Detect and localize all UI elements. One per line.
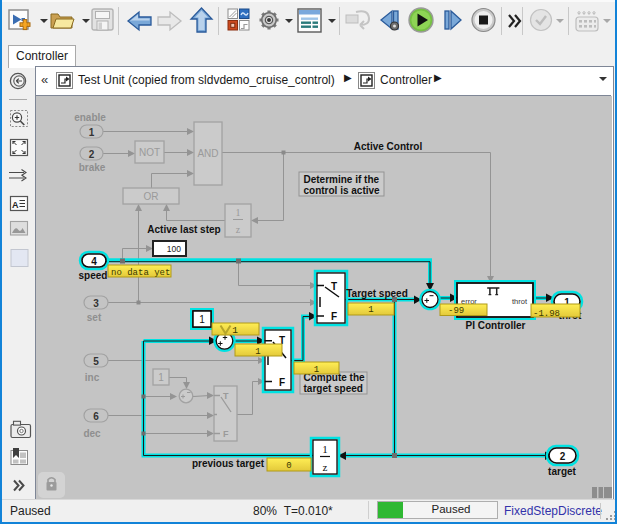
- svg-text:enable: enable: [74, 112, 106, 123]
- svg-text:dec: dec: [83, 428, 101, 439]
- svg-text:Active last step: Active last step: [147, 224, 220, 235]
- svg-text:-1.98: -1.98: [533, 309, 560, 319]
- svg-text:brake: brake: [79, 162, 106, 173]
- svg-text:F: F: [223, 429, 229, 439]
- svg-text:A: A: [12, 200, 19, 210]
- svg-text:throt: throt: [512, 297, 528, 306]
- svg-text:-99: -99: [448, 306, 464, 316]
- svg-text:2: 2: [560, 451, 566, 462]
- svg-text:1: 1: [322, 443, 328, 455]
- svg-text:5: 5: [93, 356, 99, 367]
- svg-text:1: 1: [158, 372, 164, 383]
- svg-text:0: 0: [286, 461, 291, 471]
- svg-text:F: F: [279, 377, 285, 388]
- svg-text:target: target: [548, 466, 576, 477]
- svg-text:1: 1: [232, 325, 238, 336]
- svg-text:1: 1: [236, 207, 241, 218]
- svg-text:T: T: [223, 391, 229, 401]
- svg-text:1: 1: [89, 127, 95, 138]
- svg-text:F: F: [331, 311, 337, 322]
- svg-text:control is active: control is active: [304, 185, 381, 196]
- svg-text:1: 1: [314, 365, 319, 375]
- svg-text:1: 1: [255, 347, 260, 357]
- svg-text:1: 1: [368, 305, 373, 315]
- svg-text:target speed: target speed: [304, 383, 363, 394]
- svg-text:z: z: [323, 461, 328, 473]
- svg-text:NOT: NOT: [139, 147, 160, 158]
- svg-text:6: 6: [93, 411, 99, 422]
- svg-text:3: 3: [93, 298, 99, 309]
- svg-text:1: 1: [199, 314, 205, 325]
- svg-text:inc: inc: [85, 372, 100, 383]
- svg-text:speed: speed: [79, 270, 108, 281]
- svg-text:Active Control: Active Control: [354, 141, 423, 152]
- svg-text:no data yet: no data yet: [111, 268, 170, 278]
- svg-text:AND: AND: [197, 148, 218, 159]
- svg-text:OR: OR: [144, 191, 159, 202]
- svg-text:Target speed: Target speed: [346, 288, 408, 299]
- svg-text:PI Controller: PI Controller: [465, 320, 525, 331]
- svg-text:set: set: [87, 312, 102, 323]
- svg-text:100: 100: [167, 244, 181, 254]
- svg-text:Determine if the: Determine if the: [304, 174, 380, 185]
- svg-text:T: T: [331, 281, 337, 292]
- svg-text:2: 2: [89, 149, 95, 160]
- svg-text:4: 4: [91, 256, 97, 267]
- svg-text:z: z: [236, 224, 241, 235]
- svg-text:previous target: previous target: [192, 458, 265, 469]
